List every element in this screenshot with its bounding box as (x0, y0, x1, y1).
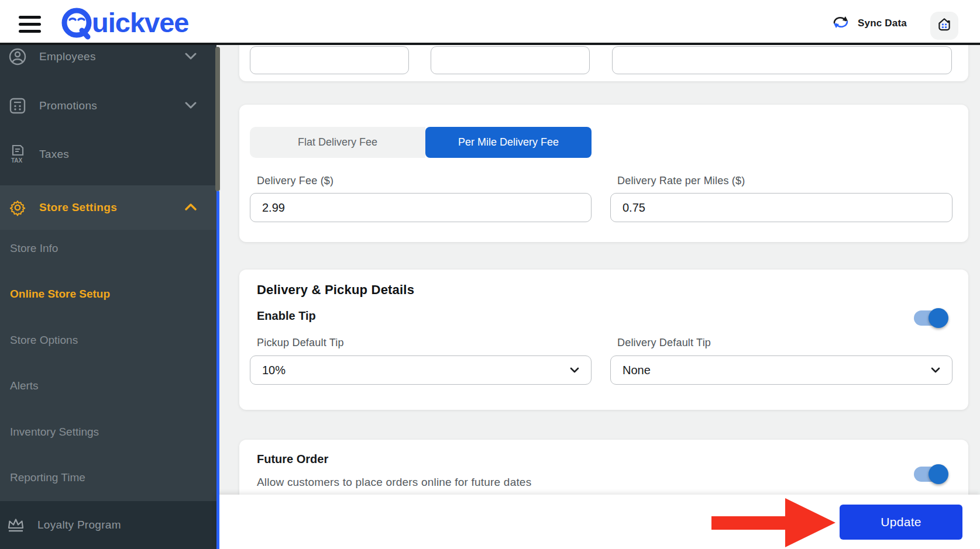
submenu-item-store-options[interactable]: Store Options (10, 330, 78, 351)
cutoff-field-1[interactable] (250, 46, 409, 74)
toggle-knob (929, 464, 948, 484)
delivery-default-tip-value: None (623, 364, 651, 377)
delivery-rate-input[interactable] (610, 193, 953, 222)
tab-per-mile-delivery-fee[interactable]: Per Mile Delivery Fee (425, 127, 592, 158)
pickup-default-tip-label: Pickup Default Tip (257, 337, 344, 349)
hamburger-menu-icon[interactable] (19, 16, 41, 33)
future-order-toggle[interactable] (914, 467, 947, 482)
future-order-title: Future Order (257, 453, 328, 466)
submenu-item-reporting-time[interactable]: Reporting Time (10, 467, 85, 488)
enable-tip-label: Enable Tip (257, 309, 316, 323)
store-selector-button[interactable] (930, 12, 958, 40)
sidebar-item-loyalty-program[interactable]: Loyalty Program (0, 501, 216, 549)
promotions-icon (8, 97, 27, 115)
delivery-default-tip-select[interactable]: None (610, 355, 953, 385)
submenu-item-alerts[interactable]: Alerts (10, 375, 39, 396)
sidebar-item-employees[interactable]: Employees (0, 44, 216, 70)
chevron-down-icon (185, 51, 197, 62)
update-button[interactable]: Update (840, 505, 962, 540)
sidebar-item-taxes[interactable]: TAX Taxes (0, 141, 216, 167)
sync-data-label: Sync Data (858, 18, 907, 29)
submenu-item-online-store-setup[interactable]: Online Store Setup (10, 284, 110, 305)
delivery-default-tip-label: Delivery Default Tip (617, 337, 711, 349)
submenu-item-inventory-settings[interactable]: Inventory Settings (10, 422, 99, 443)
sidebar-item-label: Promotions (39, 99, 97, 112)
gear-icon (8, 199, 27, 216)
sidebar-item-label: Store Settings (39, 201, 117, 214)
delivery-fee-card: Flat Delivery Fee Per Mile Delivery Fee … (239, 105, 968, 242)
delivery-fee-label: Delivery Fee ($) (257, 175, 333, 187)
svg-text:TAX: TAX (11, 157, 23, 164)
chevron-up-icon (185, 202, 197, 213)
sidebar-accent-line (216, 191, 219, 549)
svg-text:uickvee: uickvee (92, 7, 188, 38)
enable-tip-toggle[interactable] (914, 310, 947, 326)
chevron-down-icon (570, 367, 579, 373)
submenu-item-store-info[interactable]: Store Info (10, 238, 58, 259)
delivery-fee-input[interactable] (250, 193, 592, 222)
crown-icon (6, 516, 26, 534)
sidebar: Employees Promotions TAX (0, 45, 216, 549)
sidebar-item-label: Employees (39, 50, 96, 63)
app-header: uickvee Sync Data (0, 0, 980, 45)
tax-icon: TAX (8, 144, 27, 164)
cutoff-field-2[interactable] (431, 46, 590, 74)
sidebar-item-label: Taxes (39, 148, 69, 161)
tab-flat-delivery-fee[interactable]: Flat Delivery Fee (250, 127, 425, 158)
user-icon (8, 47, 27, 66)
toggle-knob (929, 308, 948, 328)
store-settings-submenu: Store Info Online Store Setup Store Opti… (0, 230, 216, 501)
pickup-default-tip-select[interactable]: 10% (250, 355, 592, 385)
cutoff-field-3[interactable] (612, 46, 952, 74)
sync-data-button[interactable]: Sync Data (832, 13, 907, 34)
sidebar-scrollbar-thumb[interactable] (215, 47, 220, 191)
footer-action-bar: Update (216, 495, 980, 549)
store-icon (936, 16, 953, 35)
sidebar-item-promotions[interactable]: Promotions (0, 93, 216, 119)
pickup-default-tip-value: 10% (262, 364, 286, 377)
chevron-down-icon (185, 101, 197, 111)
sidebar-item-store-settings[interactable]: Store Settings (0, 185, 216, 230)
sync-icon (832, 15, 850, 32)
sidebar-item-label: Loyalty Program (37, 519, 121, 531)
main-content: Flat Delivery Fee Per Mile Delivery Fee … (216, 45, 980, 549)
brand-logo[interactable]: uickvee (60, 6, 198, 41)
delivery-rate-label: Delivery Rate per Miles ($) (617, 175, 745, 187)
delivery-pickup-card: Delivery & Pickup Details Enable Tip Pic… (239, 270, 968, 410)
delivery-pickup-title: Delivery & Pickup Details (257, 282, 414, 298)
future-order-subtitle: Allow customers to place orders online f… (257, 476, 531, 489)
chevron-down-icon (931, 367, 940, 373)
